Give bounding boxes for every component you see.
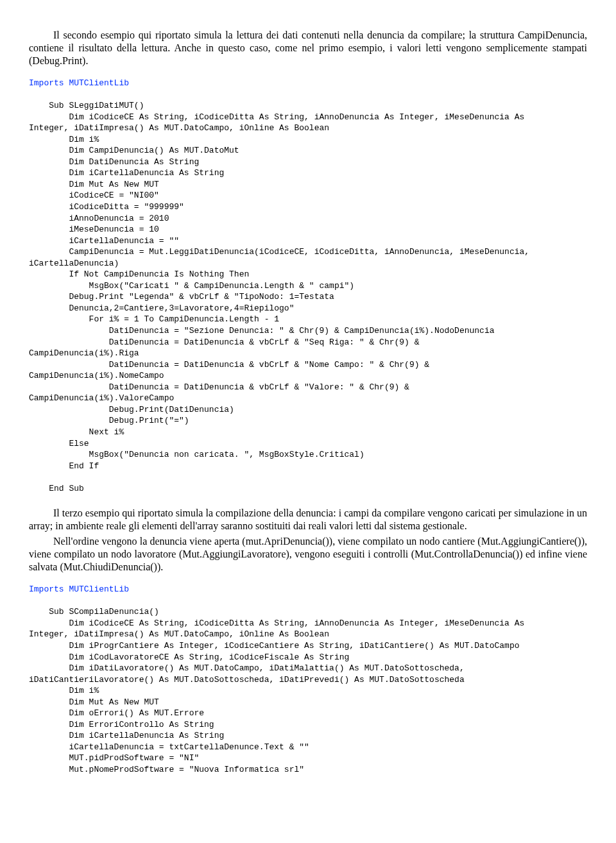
intro-paragraph-2b: Nell'ordine vengono la denuncia viene ap… — [29, 535, 587, 574]
code-example-2: Imports MUTClientLib Sub SCompilaDenunci… — [29, 584, 587, 775]
code-body: Sub SCompilaDenuncia() Dim iCodiceCE As … — [29, 607, 524, 774]
code-example-1: Imports MUTClientLib Sub SLeggiDatiMUT()… — [29, 78, 587, 494]
import-line: Imports MUTClientLib — [29, 584, 129, 594]
import-line: Imports MUTClientLib — [29, 78, 129, 88]
intro-paragraph-1: Il secondo esempio qui riportato simula … — [29, 29, 587, 67]
intro-paragraph-2a: Il terzo esempio qui riportato simula la… — [29, 507, 587, 532]
code-body: Sub SLeggiDatiMUT() Dim iCodiceCE As Str… — [29, 101, 529, 493]
